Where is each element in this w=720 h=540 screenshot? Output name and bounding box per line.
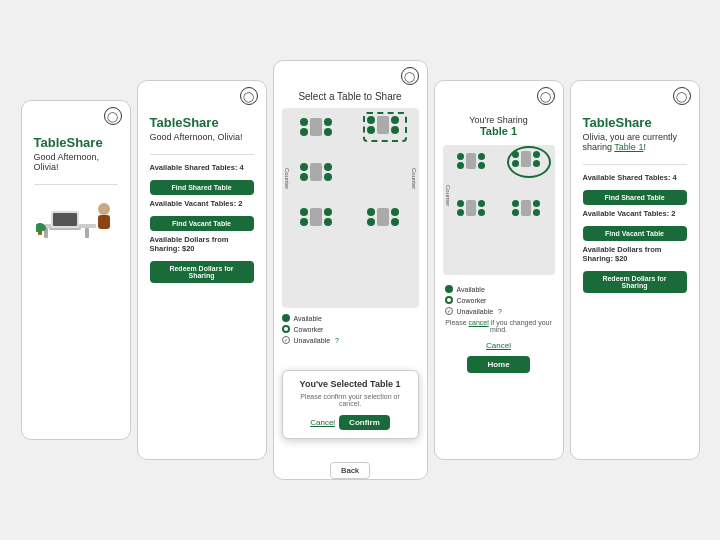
greeting-1: Good Afternoon, Olivia! (34, 152, 118, 172)
greeting-suffix-5: ! (643, 142, 646, 152)
legend-unavailable-4: ✓ Unavailable ? (445, 307, 553, 315)
screen-1-home: ◯ TableShare Good Afternoon, Olivia! (21, 100, 131, 440)
table-group-4b (457, 200, 485, 216)
user-icon-4: ◯ (537, 87, 555, 105)
help-icon-4: ? (498, 308, 502, 315)
table-group-3 (300, 208, 332, 226)
table-group-4c (512, 200, 540, 216)
stat-shared-5: Available Shared Tables: 4 (583, 173, 687, 182)
screen-3-header: ◯ (274, 61, 427, 87)
confirm-subtitle-3: Please confirm your selection or cancel. (291, 393, 410, 407)
sharing-table-4: Table 1 (443, 125, 555, 137)
svg-point-11 (40, 225, 46, 231)
redeem-btn-2[interactable]: Redeem Dollars for Sharing (150, 261, 254, 283)
stat-vacant-5: Available Vacant Tables: 2 (583, 209, 687, 218)
confirm-title-3: You've Selected Table 1 (291, 379, 410, 389)
screen-2-content: TableShare Good Afternoon, Olivia! Avail… (138, 107, 266, 299)
available-label-4: Available (457, 286, 485, 293)
find-shared-btn-5[interactable]: Find Shared Table (583, 190, 687, 205)
legend-unavailable-3: ✓ Unavailable ? (282, 336, 419, 344)
unavailable-label-3: Unavailable (294, 337, 331, 344)
unavailable-icon-3: ✓ (282, 336, 290, 344)
stat-shared-2: Available Shared Tables: 4 (150, 163, 254, 172)
help-icon-3: ? (335, 337, 339, 344)
stats-section-2: Available Shared Tables: 4 Find Shared T… (150, 159, 254, 291)
stat-vacant-2: Available Vacant Tables: 2 (150, 199, 254, 208)
svg-rect-2 (85, 228, 89, 238)
screen-4-header: ◯ (435, 81, 563, 107)
cancel-link-4[interactable]: cancel (469, 319, 489, 326)
svg-rect-5 (49, 228, 81, 230)
available-dot-3 (282, 314, 290, 322)
floor-plan-4: Counter (443, 145, 555, 275)
legend-coworker-4: Coworker (445, 296, 553, 304)
floor-plan-3: Counter (282, 108, 419, 308)
divider-2 (150, 154, 254, 155)
table-group-4 (367, 208, 399, 226)
greeting-2: Good Afternoon, Olivia! (150, 132, 243, 142)
svg-rect-7 (98, 215, 110, 229)
sharing-link-5[interactable]: Table 1 (614, 142, 643, 152)
available-label-3: Available (294, 315, 322, 322)
table-group-2 (300, 163, 332, 181)
unavailable-label-4: Unavailable (457, 308, 494, 315)
coworker-dot-3 (282, 325, 290, 333)
find-vacant-btn-2[interactable]: Find Vacant Table (150, 216, 254, 231)
screen-5-header: ◯ (571, 81, 699, 107)
coworker-label-4: Coworker (457, 297, 487, 304)
app-title-5: TableShare (583, 115, 652, 130)
svg-rect-4 (53, 213, 77, 226)
screens-container: ◯ TableShare Good Afternoon, Olivia! (11, 40, 710, 500)
redeem-btn-5[interactable]: Redeem Dollars for Sharing (583, 271, 687, 293)
sharing-title-4: You're Sharing (443, 115, 555, 125)
legend-3: Available Coworker ✓ Unavailable ? (282, 314, 419, 344)
table-1-highlight-4 (512, 151, 540, 167)
table-select-title: Select a Table to Share (282, 91, 419, 102)
user-icon-1: ◯ (104, 107, 122, 125)
table-group-4a (457, 153, 485, 169)
screen-4-sharing: ◯ You're Sharing Table 1 Counter (434, 80, 564, 460)
user-icon-3: ◯ (401, 67, 419, 85)
user-icon-2: ◯ (240, 87, 258, 105)
cancel-btn-3[interactable]: Cancel (310, 415, 335, 430)
illustration-1 (34, 189, 118, 244)
sharing-header-4: You're Sharing Table 1 (435, 107, 563, 145)
legend-4: Available Coworker ✓ Unavailable ? (435, 281, 563, 319)
home-btn-4[interactable]: Home (467, 356, 529, 373)
table-group-1 (300, 118, 332, 136)
find-vacant-btn-5[interactable]: Find Vacant Table (583, 226, 687, 241)
counter-label-4: Counter (445, 185, 451, 206)
app-title-1: TableShare (34, 135, 103, 150)
back-btn-3[interactable]: Back (330, 462, 370, 479)
screen-5-content: TableShare Olivia, you are currently sha… (571, 107, 699, 309)
stat-dollars-5: Available Dollars from Sharing: $20 (583, 245, 687, 263)
table-1-area (367, 116, 399, 134)
legend-available-3: Available (282, 314, 419, 322)
screen-2-header: ◯ (138, 81, 266, 107)
stats-section-5: Available Shared Tables: 4 Find Shared T… (583, 169, 687, 301)
stat-dollars-2: Available Dollars from Sharing: $20 (150, 235, 254, 253)
screen-1-content: TableShare Good Afternoon, Olivia! (22, 127, 130, 260)
confirm-overlay-3: You've Selected Table 1 Please confirm y… (282, 370, 419, 439)
confirm-btns-3: Cancel Confirm (291, 415, 410, 430)
confirm-btn-3[interactable]: Confirm (339, 415, 390, 430)
screen-3-table-select: ◯ Select a Table to Share Counter (273, 60, 428, 480)
screen-2-home: ◯ TableShare Good Afternoon, Olivia! Ava… (137, 80, 267, 460)
divider-5 (583, 164, 687, 165)
user-icon-5: ◯ (673, 87, 691, 105)
greeting-5: Olivia, you are currently sharing Table … (583, 132, 687, 152)
screen-1-header: ◯ (22, 101, 130, 127)
find-shared-btn-2[interactable]: Find Shared Table (150, 180, 254, 195)
counter-label-right-3: Counter (411, 168, 417, 189)
screen-5-home-sharing: ◯ TableShare Olivia, you are currently s… (570, 80, 700, 460)
counter-label-left-3: Counter (284, 168, 290, 189)
cancel-notice-4: Please cancel if you changed your mind. (435, 319, 563, 333)
app-title-2: TableShare (150, 115, 219, 130)
legend-available-4: Available (445, 285, 553, 293)
divider-1 (34, 184, 118, 185)
legend-coworker-3: Coworker (282, 325, 419, 333)
coworker-label-3: Coworker (294, 326, 324, 333)
svg-point-6 (98, 203, 110, 215)
cancel-btn-4[interactable]: Cancel (486, 341, 511, 350)
